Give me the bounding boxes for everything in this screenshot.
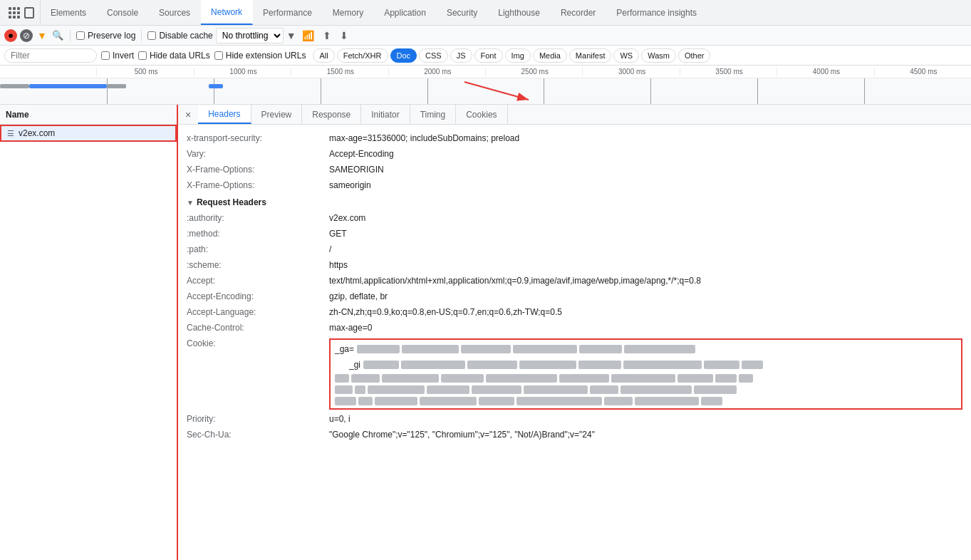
filter-row: Invert Hide data URLs Hide extension URL… (0, 46, 971, 66)
chip-fetch-xhr[interactable]: Fetch/XHR (337, 48, 388, 63)
svg-line-1 (464, 82, 529, 100)
tick-3000: 3000 ms (582, 68, 679, 76)
tab-preview[interactable]: Preview (251, 105, 303, 124)
tick-4500: 4500 ms (874, 68, 971, 76)
tab-memory[interactable]: Memory (323, 0, 374, 25)
tab-performance[interactable]: Performance (253, 0, 323, 25)
scheme-row: :scheme: https (187, 257, 962, 273)
chip-font[interactable]: Font (474, 48, 503, 63)
tab-network[interactable]: Network (201, 0, 253, 25)
timeline-area: 500 ms 1000 ms 1500 ms 2000 ms 2500 ms 3… (0, 66, 971, 105)
request-headers-title: ▼ Request Headers (187, 193, 962, 210)
detail-tabs: × Headers Preview Response Initiator Tim… (178, 105, 971, 125)
authority-row: :authority: v2ex.com (187, 210, 962, 226)
method-row: :method: GET (187, 226, 962, 242)
chip-wasm[interactable]: Wasm (641, 48, 676, 63)
chip-img[interactable]: Img (505, 48, 531, 63)
left-panel: Name ☰ v2ex.com (0, 105, 178, 560)
chip-doc[interactable]: Doc (390, 48, 417, 63)
chip-media[interactable]: Media (533, 48, 567, 63)
upload-icon[interactable]: ⬆ (320, 28, 334, 43)
chip-all[interactable]: All (313, 48, 334, 63)
throttle-select[interactable]: No throttling (216, 28, 284, 43)
preserve-log-label[interactable]: Preserve log (76, 31, 135, 41)
disable-cache-checkbox[interactable] (147, 31, 156, 40)
filter-chips: All Fetch/XHR Doc CSS JS Font Img Media … (313, 48, 710, 63)
tab-response[interactable]: Response (302, 105, 361, 124)
tab-timing[interactable]: Timing (410, 105, 457, 124)
tick-3500: 3500 ms (680, 68, 777, 76)
tab-elements[interactable]: Elements (41, 0, 97, 25)
download-icon[interactable]: ⬇ (337, 28, 351, 43)
accept-row: Accept: text/html,application/xhtml+xml,… (187, 273, 962, 289)
close-detail-button[interactable]: × (184, 108, 192, 122)
accept-encoding-row: Accept-Encoding: gzip, deflate, br (187, 289, 962, 304)
hide-extension-urls-label[interactable]: Hide extension URLs (214, 51, 306, 61)
network-item-v2ex[interactable]: ☰ v2ex.com (0, 125, 177, 142)
vary-row: Vary: Accept-Encoding (187, 146, 962, 162)
timeline-bars (0, 78, 971, 105)
clear-button[interactable]: ⊘ (20, 29, 33, 42)
invert-checkbox[interactable] (101, 51, 110, 60)
disable-cache-label[interactable]: Disable cache (147, 31, 212, 41)
separator-2 (141, 30, 142, 41)
cookie-row: Cookie: _ga= (187, 336, 962, 411)
mobile-icon[interactable] (24, 7, 34, 19)
search-button[interactable]: 🔍 (51, 29, 64, 42)
path-row: :path: / (187, 242, 962, 257)
accept-language-row: Accept-Language: zh-CN,zh;q=0.9,ko;q=0.8… (187, 304, 962, 320)
tick-4000: 4000 ms (777, 68, 873, 76)
network-toolbar: ● ⊘ ▼ 🔍 Preserve log Disable cache No th… (0, 26, 971, 46)
chip-manifest[interactable]: Manifest (569, 48, 612, 63)
grid-icon (9, 7, 20, 19)
record-button[interactable]: ● (4, 29, 17, 42)
tab-initiator[interactable]: Initiator (361, 105, 410, 124)
cache-control-row: Cache-Control: max-age=0 (187, 320, 962, 336)
right-panel: × Headers Preview Response Initiator Tim… (178, 105, 971, 560)
tab-security[interactable]: Security (437, 0, 488, 25)
left-panel-header: Name (0, 105, 177, 125)
hide-extension-urls-checkbox[interactable] (214, 51, 223, 60)
tab-lighthouse[interactable]: Lighthouse (488, 0, 551, 25)
preserve-log-checkbox[interactable] (76, 31, 85, 40)
tick-500: 500 ms (96, 68, 193, 76)
priority-row: Priority: u=0, i (187, 411, 962, 427)
tab-recorder[interactable]: Recorder (551, 0, 606, 25)
tab-headers[interactable]: Headers (198, 105, 251, 124)
chip-ws[interactable]: WS (613, 48, 639, 63)
response-truncated-row: x-transport-security: max-age=31536000; … (187, 130, 962, 146)
tick-2000: 2000 ms (388, 68, 485, 76)
headers-content: x-transport-security: max-age=31536000; … (178, 125, 971, 560)
cookie-redacted-box: _ga= _gi (329, 338, 962, 410)
tick-1500: 1500 ms (291, 68, 388, 76)
chip-css[interactable]: CSS (419, 48, 448, 63)
x-frame-options-row-1: X-Frame-Options: SAMEORIGIN (187, 162, 962, 177)
filter-input[interactable] (4, 48, 97, 63)
hide-data-urls-label[interactable]: Hide data URLs (138, 51, 210, 61)
top-tab-bar: Elements Console Sources Network Perform… (0, 0, 971, 26)
chip-other[interactable]: Other (678, 48, 711, 63)
tick-2500: 2500 ms (485, 68, 582, 76)
tab-application[interactable]: Application (374, 0, 437, 25)
filter-button[interactable]: ▼ (36, 29, 48, 42)
hide-data-urls-checkbox[interactable] (138, 51, 147, 60)
x-frame-options-row-2: X-Frame-Options: sameorigin (187, 177, 962, 193)
tab-console[interactable]: Console (97, 0, 149, 25)
timeline-ruler: 500 ms 1000 ms 1500 ms 2000 ms 2500 ms 3… (0, 66, 971, 78)
wifi-icon[interactable]: 📶 (299, 28, 317, 43)
sec-ch-ua-row: Sec-Ch-Ua: "Google Chrome";v="125", "Chr… (187, 427, 962, 442)
tick-1000: 1000 ms (194, 68, 291, 76)
chip-js[interactable]: JS (450, 48, 472, 63)
arrow-annotation (486, 78, 571, 105)
devtools-icons (3, 0, 41, 25)
doc-icon: ☰ (7, 129, 14, 138)
separator-1 (70, 30, 71, 41)
invert-label[interactable]: Invert (101, 51, 134, 61)
triangle-icon: ▼ (187, 199, 194, 207)
item-label: v2ex.com (19, 128, 55, 138)
main-area: Name ☰ v2ex.com × Headers Preview Respon… (0, 105, 971, 560)
tab-sources[interactable]: Sources (149, 0, 201, 25)
tab-cookies[interactable]: Cookies (456, 105, 507, 124)
tab-performance-insights[interactable]: Performance insights (606, 0, 707, 25)
